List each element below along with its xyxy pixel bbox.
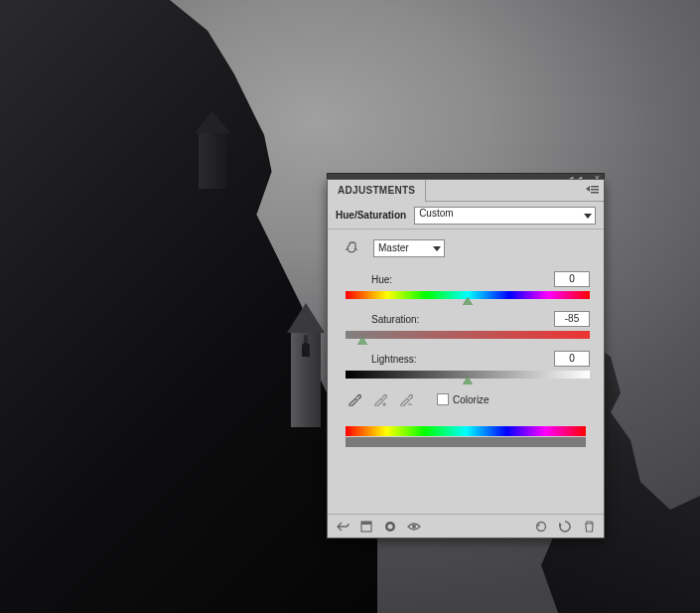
eyedropper-icon[interactable]: [346, 390, 363, 408]
bg-tower: [199, 129, 226, 189]
hue-slider-track[interactable]: [346, 291, 590, 299]
header-row: Hue/Saturation Custom: [328, 202, 604, 230]
lightness-slider-thumb[interactable]: [463, 377, 473, 384]
targeted-adjustment-icon[interactable]: [344, 239, 361, 257]
bg-tower: [291, 328, 321, 427]
bg-mountain-left: [0, 0, 377, 613]
adjustments-panel: ADJUSTMENTS Hue/Saturation Custom Master…: [327, 179, 605, 538]
preset-select[interactable]: Custom: [414, 207, 596, 225]
trash-icon[interactable]: [580, 518, 598, 536]
reset-icon[interactable]: [556, 518, 574, 536]
hue-label: Hue:: [371, 274, 392, 285]
lightness-slider-track[interactable]: [346, 371, 590, 379]
clip-to-layer-icon[interactable]: [381, 518, 399, 536]
panel-body: Master Hue: 0 Saturation: -85: [328, 230, 604, 453]
saturation-slider-group: Saturation: -85: [342, 311, 590, 339]
saturation-label: Saturation:: [371, 314, 419, 325]
lightness-label: Lightness:: [371, 354, 417, 365]
hue-slider-group: Hue: 0: [342, 271, 590, 299]
svg-rect-1: [591, 189, 599, 191]
tab-row: ADJUSTMENTS: [328, 180, 604, 202]
svg-point-7: [412, 525, 416, 529]
expand-view-icon[interactable]: [357, 518, 375, 536]
panel-footer: [328, 514, 604, 537]
svg-point-8: [537, 522, 546, 531]
color-bar-bottom: [346, 437, 586, 447]
colorize-checkbox[interactable]: [437, 393, 449, 405]
lightness-slider-group: Lightness: 0: [342, 351, 590, 379]
colorize-label: Colorize: [453, 394, 490, 405]
svg-rect-2: [591, 192, 599, 194]
channel-select[interactable]: Master: [373, 239, 445, 257]
lightness-value-input[interactable]: 0: [554, 351, 590, 367]
hue-slider-thumb[interactable]: [463, 297, 473, 305]
colorize-checkbox-wrap[interactable]: Colorize: [437, 393, 490, 405]
svg-rect-4: [361, 522, 371, 525]
flyout-menu-icon[interactable]: [586, 184, 600, 196]
adjustment-title: Hue/Saturation: [336, 210, 406, 221]
color-bar-top: [346, 426, 586, 436]
saturation-value-input[interactable]: -85: [554, 311, 590, 327]
svg-rect-0: [591, 186, 599, 188]
hue-value-input[interactable]: 0: [554, 271, 590, 287]
saturation-slider-track[interactable]: [346, 331, 590, 339]
eyedropper-add-icon[interactable]: [371, 390, 389, 408]
visibility-icon[interactable]: [405, 518, 423, 536]
tab-adjustments[interactable]: ADJUSTMENTS: [328, 180, 426, 202]
svg-point-6: [388, 524, 393, 529]
color-range-bars: [346, 426, 586, 447]
canvas-workspace: ◄◄ × ADJUSTMENTS Hue/Saturation Custom M…: [0, 0, 700, 613]
back-icon[interactable]: [334, 518, 351, 536]
saturation-slider-thumb[interactable]: [357, 337, 367, 345]
previous-state-icon[interactable]: [532, 518, 550, 536]
eyedropper-subtract-icon[interactable]: [397, 390, 415, 408]
